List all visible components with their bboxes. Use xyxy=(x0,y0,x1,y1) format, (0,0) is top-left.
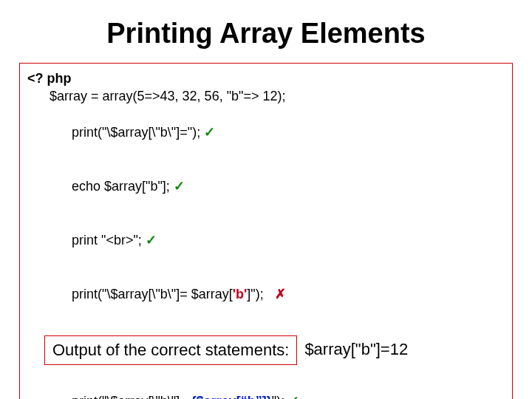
check-icon: ✓ xyxy=(288,394,299,399)
code-line-7: print("\$array[\"b\"]= {$array[“b”]}"); … xyxy=(27,375,505,399)
code-line-5: print("\$array[\"b\"]= $array['b']"); ✗ xyxy=(27,267,505,321)
slide: Printing Array Elements <? php $array = … xyxy=(0,18,532,399)
code-text: echo $array["b"]; xyxy=(72,179,174,194)
code-text: print "<br>"; xyxy=(72,233,146,248)
code-text: ]"); xyxy=(247,287,274,301)
code-text: print("\$array[\"b\"]= $array[ xyxy=(72,287,233,301)
output-label: Output of the correct statements: xyxy=(44,335,297,365)
code-text: print("\$array[\"b\"]="); xyxy=(72,125,204,140)
check-icon: ✓ xyxy=(146,233,157,248)
output-value: $array["b"]=12 xyxy=(297,335,415,365)
code-line-1: $array = array(5=>43, 32, 56, "b"=> 12); xyxy=(27,87,505,105)
code-line-4: print "<br>"; ✓ xyxy=(27,213,505,267)
bad-quotes: 'b' xyxy=(233,287,248,301)
code-line-3: echo $array["b"]; ✓ xyxy=(27,159,505,213)
cross-icon: ✗ xyxy=(275,287,286,301)
check-icon: ✓ xyxy=(174,179,185,194)
output-row: Output of the correct statements: $array… xyxy=(44,335,415,365)
php-open: <? php xyxy=(27,69,505,87)
code-text: "); xyxy=(272,394,288,399)
code-text: print("\$array[\"b\"]= xyxy=(72,394,191,399)
check-icon: ✓ xyxy=(204,125,215,140)
slide-title: Printing Array Elements xyxy=(0,18,532,50)
curly-expr: {$array[“b”]} xyxy=(191,394,272,399)
code-line-2: print("\$array[\"b\"]="); ✓ xyxy=(27,106,505,160)
